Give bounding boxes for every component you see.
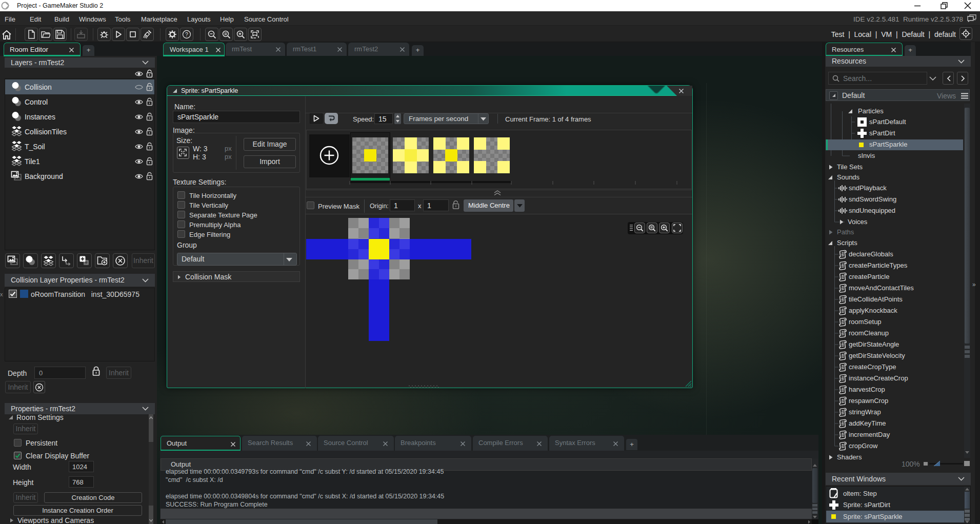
svg-text:?: ? — [185, 31, 188, 37]
